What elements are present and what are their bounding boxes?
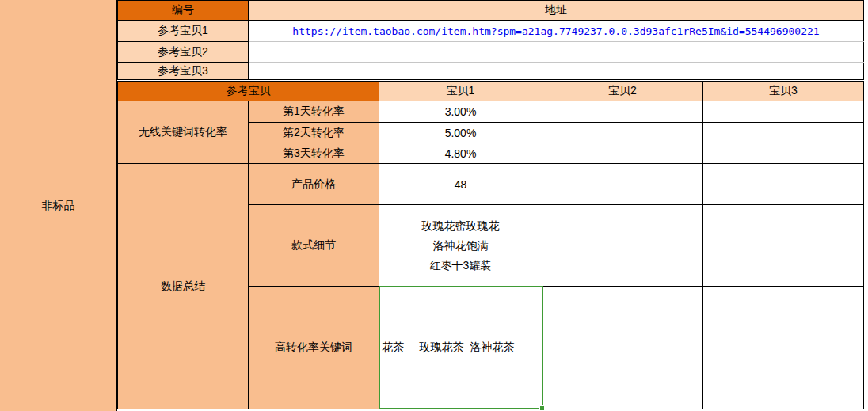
- ref-baby1-url-cell[interactable]: https://item.taobao.com/item.htm?spm=a21…: [249, 21, 864, 42]
- style-baby2-value-cell[interactable]: [542, 205, 703, 287]
- taobao-item-link[interactable]: https://item.taobao.com/item.htm?spm=a21…: [292, 25, 819, 37]
- day1-conversion-label-cell[interactable]: 第1天转化率: [249, 101, 379, 123]
- header-baby1-cell[interactable]: 宝贝1: [379, 82, 542, 101]
- ref-baby1-label-cell[interactable]: 参考宝贝1: [118, 21, 249, 42]
- day3-baby3-value-cell[interactable]: [703, 143, 864, 164]
- day1-baby1-value-cell[interactable]: 3.00%: [379, 101, 542, 123]
- header-ref-cell[interactable]: 参考宝贝: [118, 82, 379, 101]
- category-cell[interactable]: 非标品: [0, 0, 117, 411]
- header-address-cell[interactable]: 地址: [249, 1, 864, 21]
- data-summary-table: 参考宝贝 宝贝1 宝贝2 宝贝3 无线关键词转化率 第1天转化率 3.00% 第…: [117, 81, 864, 409]
- product-price-label-cell[interactable]: 产品价格: [249, 164, 379, 205]
- ref-baby2-url-cell[interactable]: [249, 42, 864, 63]
- price-baby2-value-cell[interactable]: [542, 164, 703, 205]
- day2-baby2-value-cell[interactable]: [542, 123, 703, 143]
- day3-baby1-value-cell[interactable]: 4.80%: [379, 143, 542, 164]
- ref-baby3-label-cell[interactable]: 参考宝贝3: [118, 63, 249, 80]
- high-conversion-keywords-label-cell[interactable]: 高转化率关键词: [249, 287, 379, 409]
- fill-handle[interactable]: [539, 405, 545, 411]
- group-data-summary-cell[interactable]: 数据总结: [118, 164, 249, 409]
- day3-conversion-label-cell[interactable]: 第3天转化率: [249, 143, 379, 164]
- day2-baby1-value-cell[interactable]: 5.00%: [379, 123, 542, 143]
- day2-conversion-label-cell[interactable]: 第2天转化率: [249, 123, 379, 143]
- header-id-cell[interactable]: 编号: [118, 1, 249, 21]
- category-label: 非标品: [42, 199, 75, 213]
- keywords-baby3-value-cell[interactable]: [703, 287, 864, 409]
- reference-links-table: 编号 地址 参考宝贝1 https://item.taobao.com/item…: [117, 0, 864, 80]
- header-baby2-cell[interactable]: 宝贝2: [542, 82, 703, 101]
- ref-baby2-label-cell[interactable]: 参考宝贝2: [118, 42, 249, 63]
- price-baby1-value-cell[interactable]: 48: [379, 164, 542, 205]
- header-baby3-cell[interactable]: 宝贝3: [703, 82, 864, 101]
- keywords-baby1-value-cell[interactable]: 花茶 玫瑰花茶 洛神花茶: [379, 287, 542, 409]
- spreadsheet-view: 非标品 编号 地址 参考宝贝1 https://item.taobao.com/…: [0, 0, 868, 411]
- price-baby3-value-cell[interactable]: [703, 164, 864, 205]
- day2-baby3-value-cell[interactable]: [703, 123, 864, 143]
- day3-baby2-value-cell[interactable]: [542, 143, 703, 164]
- ref-baby3-url-cell[interactable]: [249, 63, 864, 80]
- style-detail-label-cell[interactable]: 款式细节: [249, 205, 379, 287]
- keywords-baby2-value-cell[interactable]: [542, 287, 703, 409]
- style-baby3-value-cell[interactable]: [703, 205, 864, 287]
- day1-baby3-value-cell[interactable]: [703, 101, 864, 123]
- group-wireless-conversion-cell[interactable]: 无线关键词转化率: [118, 101, 249, 164]
- style-baby1-value-cell[interactable]: 玫瑰花密玫瑰花 洛神花饱满 红枣干3罐装: [379, 205, 542, 287]
- day1-baby2-value-cell[interactable]: [542, 101, 703, 123]
